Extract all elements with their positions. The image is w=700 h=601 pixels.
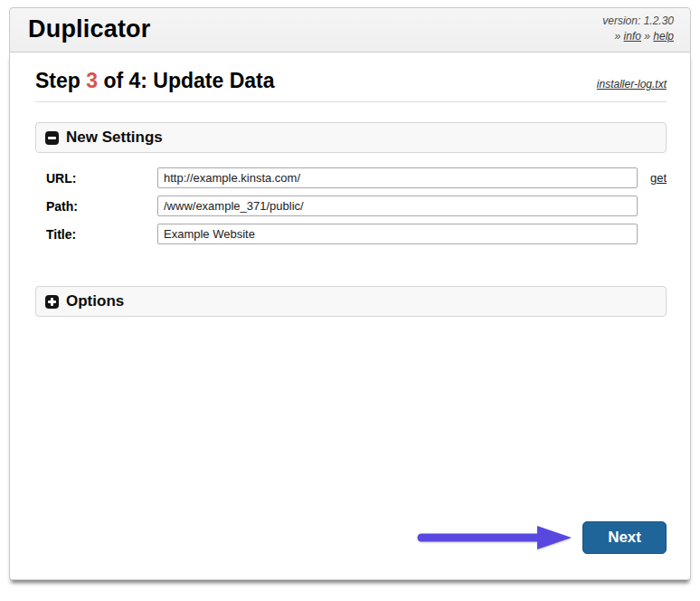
url-label: URL: [46,171,157,186]
installer-log-link[interactable]: installer-log.txt [597,78,667,91]
section-header-new-settings[interactable]: New Settings [35,122,667,153]
field-row-path: Path: [46,196,667,216]
section-title: New Settings [66,129,163,147]
page-title: Step 3 of 4: Update Data [35,69,275,93]
pointer-arrow-icon [411,524,575,551]
step-prefix: Step [35,69,86,92]
field-row-title: Title: [46,224,667,244]
version-label: version: 1.2.30 [602,14,674,29]
app-header: Duplicator version: 1.2.30 » info » help [9,7,691,52]
version-info: version: 1.2.30 » info » help [602,14,674,45]
link-separator: » [644,30,650,43]
header-links: » info » help [602,29,674,44]
title-label: Title: [46,227,157,242]
get-link[interactable]: get [650,171,667,185]
link-separator: » [615,30,621,43]
info-link[interactable]: info [624,30,641,43]
content-panel: Step 3 of 4: Update Data installer-log.t… [9,52,691,580]
step-number: 3 [86,69,98,92]
path-input[interactable] [157,196,638,216]
url-action: get [638,171,667,185]
new-settings-fields: URL: get Path: Title: [46,167,667,252]
path-label: Path: [46,199,157,214]
app-title: Duplicator [28,15,151,43]
footer-actions: Next [35,521,667,556]
next-button[interactable]: Next [582,521,667,554]
step-header: Step 3 of 4: Update Data installer-log.t… [35,69,667,102]
installer-window: Duplicator version: 1.2.30 » info » help… [9,7,691,580]
field-row-url: URL: get [46,167,667,188]
url-input[interactable] [157,167,638,188]
minus-square-icon [45,131,59,145]
title-input[interactable] [157,224,638,244]
plus-square-icon [45,295,59,309]
section-header-options[interactable]: Options [35,286,667,317]
section-title: Options [66,292,124,310]
help-link[interactable]: help [653,30,674,43]
step-suffix: of 4: Update Data [98,69,275,92]
